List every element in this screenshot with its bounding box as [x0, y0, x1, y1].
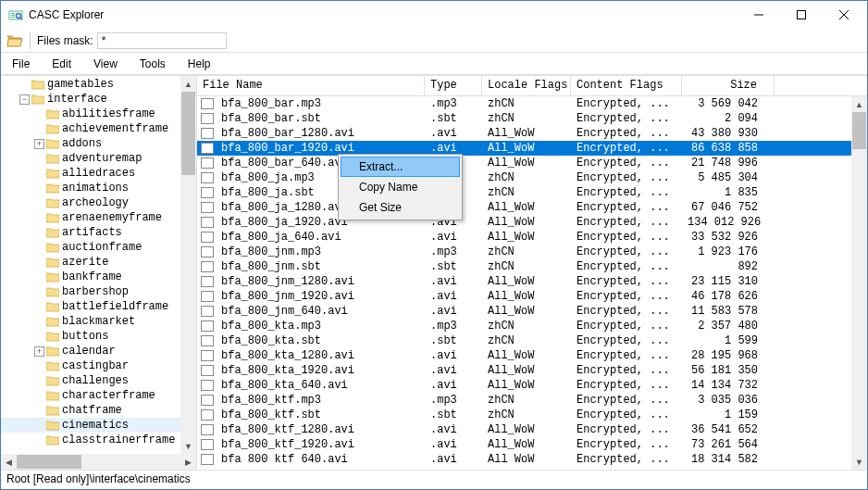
tree-item[interactable]: alliedraces [1, 166, 196, 181]
col-header-size[interactable]: Size [682, 76, 775, 95]
tree-scrollbar-vertical[interactable]: ▲ ▼ [180, 76, 196, 454]
maximize-button[interactable] [780, 1, 823, 29]
scroll-thumb[interactable] [181, 92, 195, 175]
scroll-left-icon[interactable]: ◀ [1, 454, 17, 470]
tree-item[interactable]: artifacts [1, 225, 196, 240]
file-row[interactable]: bfa_800_kta.mp3.mp3zhCNEncrypted, ...2 3… [197, 319, 867, 333]
scroll-track[interactable] [180, 175, 196, 438]
tree-item[interactable]: blackmarket [1, 314, 196, 329]
tree-item[interactable]: castingbar [1, 358, 196, 373]
scroll-right-icon[interactable]: ▶ [180, 454, 196, 470]
file-row[interactable]: bfa_800_jnm_1920.avi.aviAll_WoWEncrypted… [197, 289, 867, 304]
tree-label: abilitiesframe [62, 107, 155, 121]
tree-item[interactable]: characterframe [1, 388, 196, 403]
cell-content: Encrypted, ... [571, 127, 682, 140]
file-row[interactable]: bfa_800_kta_1280.avi.aviAll_WoWEncrypted… [197, 348, 867, 363]
tree-item[interactable]: archeology [1, 195, 196, 210]
menu-file[interactable]: File [1, 55, 41, 73]
scroll-track[interactable] [851, 149, 867, 454]
file-row[interactable]: bfa 800 ktf 640.avi.aviAll WoWEncrypted,… [197, 452, 867, 467]
file-row[interactable]: bfa_800_jnm_640.avi.aviAll_WoWEncrypted,… [197, 304, 867, 319]
ctx-extract[interactable]: Extract... [341, 157, 460, 177]
folder-open-icon [6, 32, 23, 49]
menu-edit[interactable]: Edit [41, 55, 82, 73]
cell-name: bfa_800_jnm_1920.avi [216, 290, 425, 303]
file-row[interactable]: bfa_800_bar.sbt.sbtzhCNEncrypted, ...2 0… [197, 111, 867, 126]
ctx-copy-name[interactable]: Copy Name [341, 177, 460, 197]
tree-item[interactable]: azerite [1, 255, 196, 270]
cell-size: 2 094 [682, 112, 775, 125]
file-row[interactable]: bfa_800_jnm.sbt.sbtzhCNEncrypted, ...892 [197, 259, 867, 274]
file-row[interactable]: bfa_800_ktf.mp3.mp3zhCNEncrypted, ...3 0… [197, 393, 867, 408]
tree-item[interactable]: buttons [1, 329, 196, 344]
file-row[interactable]: bfa_800_ja.sbt.sbtzhCNEncrypted, ...1 83… [197, 185, 867, 200]
col-header-name[interactable]: File Name [197, 76, 425, 95]
tree-item[interactable]: classtrainerframe [1, 433, 196, 447]
scroll-up-icon[interactable]: ▲ [180, 76, 196, 92]
tree-item[interactable]: chatframe [1, 403, 196, 418]
file-row[interactable]: bfa_800_kta_640.avi.aviAll_WoWEncrypted,… [197, 378, 867, 393]
menu-tools[interactable]: Tools [129, 55, 177, 73]
tree-item[interactable]: −interface [1, 92, 196, 107]
cell-size: 86 638 858 [682, 142, 775, 155]
folder-tree[interactable]: gametables−interfaceabilitiesframeachiev… [1, 76, 197, 470]
file-row[interactable]: bfa_800_ja_1280.avi.aviAll_WoWEncrypted,… [197, 200, 867, 215]
minimize-button[interactable] [738, 1, 780, 29]
file-row[interactable]: bfa_800_bar_1920.avi.aviAll_WoWEncrypted… [197, 141, 867, 156]
file-row[interactable]: bfa_800_kta_1920.avi.aviAll_WoWEncrypted… [197, 363, 867, 378]
close-button[interactable] [823, 1, 865, 29]
file-row[interactable]: bfa_800_bar_1280.avi.aviAll_WoWEncrypted… [197, 126, 867, 141]
tree-item[interactable]: cinematics [1, 418, 196, 433]
tree-item[interactable]: auctionframe [1, 240, 196, 255]
col-header-type[interactable]: Type [425, 76, 482, 95]
scroll-thumb[interactable] [17, 455, 81, 469]
scroll-up-icon[interactable]: ▲ [851, 96, 867, 112]
mask-input[interactable] [97, 32, 227, 49]
tree-item[interactable]: bankframe [1, 270, 196, 284]
file-row[interactable]: bfa_800_jnm_1280.avi.aviAll_WoWEncrypted… [197, 274, 867, 289]
tree-item[interactable]: battlefieldframe [1, 299, 196, 314]
file-row[interactable]: bfa_800_ktf.sbt.sbtzhCNEncrypted, ...1 1… [197, 408, 867, 422]
file-row[interactable]: bfa_800_bar.mp3.mp3zhCNEncrypted, ...3 5… [197, 96, 867, 111]
menu-help[interactable]: Help [177, 55, 222, 73]
tree-item[interactable]: abilitiesframe [1, 107, 196, 121]
file-row[interactable]: bfa_800_ja.mp3.mp3zhCNEncrypted, ...5 48… [197, 170, 867, 185]
file-row[interactable]: bfa_800_ja_640.avi.aviAll_WoWEncrypted, … [197, 230, 867, 245]
scroll-down-icon[interactable]: ▼ [180, 438, 196, 454]
expander-icon[interactable]: − [19, 94, 30, 105]
file-row[interactable]: bfa_800_ja_1920.avi.aviAll_WoWEncrypted,… [197, 215, 867, 230]
tree-item[interactable]: achievementframe [1, 121, 196, 136]
tree-item[interactable]: gametables [1, 77, 196, 92]
file-row[interactable]: bfa_800_jnm.mp3.mp3zhCNEncrypted, ...1 9… [197, 245, 867, 259]
folder-icon [31, 79, 44, 90]
cell-content: Encrypted, ... [571, 171, 682, 184]
menu-view[interactable]: View [82, 55, 129, 73]
tree-item[interactable]: barbershop [1, 284, 196, 299]
cell-type: .avi [425, 379, 482, 392]
scroll-track[interactable] [81, 454, 180, 470]
scroll-down-icon[interactable]: ▼ [851, 454, 867, 470]
open-folder-button[interactable] [6, 32, 23, 49]
tree-item[interactable]: +addons [1, 136, 196, 151]
file-row[interactable]: bfa_800_kta.sbt.sbtzhCNEncrypted, ...1 5… [197, 333, 867, 348]
expander-icon[interactable]: + [34, 346, 44, 357]
col-header-content[interactable]: Content Flags [571, 76, 682, 95]
file-row[interactable]: bfa_800_bar_640.avi.aviAll_WoWEncrypted,… [197, 156, 867, 170]
tree-scrollbar-horizontal[interactable]: ◀ ▶ [1, 454, 196, 470]
tree-item[interactable]: arenaenemyframe [1, 210, 196, 225]
tree-item[interactable]: challenges [1, 373, 196, 388]
scroll-thumb[interactable] [852, 112, 866, 149]
file-row[interactable]: bfa_800_ktf_1920.avi.aviAll_WoWEncrypted… [197, 437, 867, 452]
cell-size: 67 046 752 [682, 201, 775, 214]
tree-label: gametables [47, 77, 114, 92]
list-scrollbar-vertical[interactable]: ▲ ▼ [851, 96, 867, 470]
ctx-get-size[interactable]: Get Size [341, 197, 460, 218]
tree-item[interactable]: animations [1, 181, 196, 195]
expander-icon[interactable]: + [34, 139, 44, 149]
col-header-locale[interactable]: Locale Flags [482, 76, 571, 95]
tree-item[interactable]: +calendar [1, 344, 196, 358]
file-row[interactable]: bfa_800_ktf_1280.avi.aviAll_WoWEncrypted… [197, 422, 867, 437]
cell-content: Encrypted, ... [571, 157, 682, 170]
tree-item[interactable]: adventuremap [1, 151, 196, 166]
file-rows[interactable]: bfa_800_bar.mp3.mp3zhCNEncrypted, ...3 5… [197, 96, 867, 470]
